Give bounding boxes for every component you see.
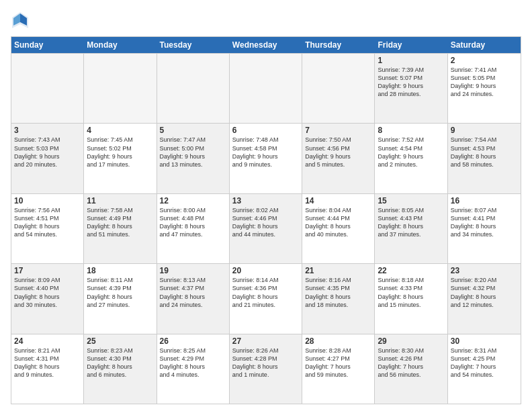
cell-text: Sunrise: 7:50 AM Sunset: 4:56 PM Dayligh… <box>305 136 371 169</box>
calendar-header: SundayMondayTuesdayWednesdayThursdayFrid… <box>11 37 521 53</box>
day-number: 28 <box>305 336 371 346</box>
calendar-cell <box>157 54 230 123</box>
calendar-row-2: 10Sunrise: 7:56 AM Sunset: 4:51 PM Dayli… <box>11 193 521 263</box>
day-number: 9 <box>451 126 518 135</box>
cell-text: Sunrise: 7:39 AM Sunset: 5:07 PM Dayligh… <box>378 66 444 99</box>
cell-text: Sunrise: 8:11 AM Sunset: 4:39 PM Dayligh… <box>87 276 153 309</box>
day-number: 3 <box>14 126 81 135</box>
day-number: 16 <box>451 196 518 205</box>
cell-text: Sunrise: 7:43 AM Sunset: 5:03 PM Dayligh… <box>14 136 81 169</box>
cell-text: Sunrise: 8:21 AM Sunset: 4:31 PM Dayligh… <box>14 347 81 379</box>
cell-text: Sunrise: 8:05 AM Sunset: 4:43 PM Dayligh… <box>378 206 444 239</box>
logo <box>11 11 32 30</box>
cell-text: Sunrise: 8:31 AM Sunset: 4:25 PM Dayligh… <box>451 347 518 379</box>
cell-text: Sunrise: 8:13 AM Sunset: 4:37 PM Dayligh… <box>160 276 226 309</box>
calendar-cell: 12Sunrise: 8:00 AM Sunset: 4:48 PM Dayli… <box>157 194 230 263</box>
cell-text: Sunrise: 8:00 AM Sunset: 4:48 PM Dayligh… <box>160 206 226 239</box>
cell-text: Sunrise: 8:07 AM Sunset: 4:41 PM Dayligh… <box>451 206 518 239</box>
day-number: 4 <box>87 126 153 135</box>
calendar-cell: 30Sunrise: 8:31 AM Sunset: 4:25 PM Dayli… <box>448 334 521 404</box>
calendar-row-3: 17Sunrise: 8:09 AM Sunset: 4:40 PM Dayli… <box>11 263 521 333</box>
calendar-cell <box>230 54 302 123</box>
calendar-cell: 6Sunrise: 7:48 AM Sunset: 4:58 PM Daylig… <box>230 124 302 193</box>
calendar-cell: 20Sunrise: 8:14 AM Sunset: 4:36 PM Dayli… <box>230 264 302 333</box>
logo-icon <box>11 11 30 30</box>
calendar-cell: 13Sunrise: 8:02 AM Sunset: 4:46 PM Dayli… <box>230 194 302 263</box>
calendar-cell: 5Sunrise: 7:47 AM Sunset: 5:00 PM Daylig… <box>157 124 230 193</box>
cell-text: Sunrise: 7:48 AM Sunset: 4:58 PM Dayligh… <box>232 136 299 169</box>
day-number: 17 <box>14 266 81 275</box>
header-day-wednesday: Wednesday <box>230 37 302 53</box>
day-number: 8 <box>378 126 444 135</box>
day-number: 22 <box>378 266 444 275</box>
calendar-cell: 27Sunrise: 8:26 AM Sunset: 4:28 PM Dayli… <box>230 334 302 404</box>
day-number: 2 <box>451 56 518 65</box>
day-number: 20 <box>232 266 299 275</box>
cell-text: Sunrise: 8:04 AM Sunset: 4:44 PM Dayligh… <box>305 206 371 239</box>
header-day-saturday: Saturday <box>448 37 521 53</box>
calendar-cell: 24Sunrise: 8:21 AM Sunset: 4:31 PM Dayli… <box>11 334 84 404</box>
day-number: 29 <box>378 336 444 346</box>
cell-text: Sunrise: 8:23 AM Sunset: 4:30 PM Dayligh… <box>87 347 153 379</box>
calendar-cell: 18Sunrise: 8:11 AM Sunset: 4:39 PM Dayli… <box>84 264 157 333</box>
cell-text: Sunrise: 7:56 AM Sunset: 4:51 PM Dayligh… <box>14 206 81 239</box>
day-number: 27 <box>232 336 299 346</box>
calendar-cell: 14Sunrise: 8:04 AM Sunset: 4:44 PM Dayli… <box>302 194 375 263</box>
calendar-cell: 7Sunrise: 7:50 AM Sunset: 4:56 PM Daylig… <box>302 124 375 193</box>
day-number: 10 <box>14 196 81 205</box>
cell-text: Sunrise: 7:54 AM Sunset: 4:53 PM Dayligh… <box>451 136 518 169</box>
calendar-cell: 3Sunrise: 7:43 AM Sunset: 5:03 PM Daylig… <box>11 124 84 193</box>
cell-text: Sunrise: 8:20 AM Sunset: 4:32 PM Dayligh… <box>451 276 518 309</box>
cell-text: Sunrise: 8:25 AM Sunset: 4:29 PM Dayligh… <box>160 347 226 379</box>
calendar-cell: 17Sunrise: 8:09 AM Sunset: 4:40 PM Dayli… <box>11 264 84 333</box>
day-number: 11 <box>87 196 153 205</box>
calendar-cell: 2Sunrise: 7:41 AM Sunset: 5:05 PM Daylig… <box>448 54 521 123</box>
calendar-cell: 21Sunrise: 8:16 AM Sunset: 4:35 PM Dayli… <box>302 264 375 333</box>
day-number: 7 <box>305 126 371 135</box>
cell-text: Sunrise: 8:02 AM Sunset: 4:46 PM Dayligh… <box>232 206 299 239</box>
day-number: 19 <box>160 266 226 275</box>
day-number: 18 <box>87 266 153 275</box>
cell-text: Sunrise: 8:30 AM Sunset: 4:26 PM Dayligh… <box>378 347 444 379</box>
calendar-body: 1Sunrise: 7:39 AM Sunset: 5:07 PM Daylig… <box>11 53 521 404</box>
day-number: 24 <box>14 336 81 346</box>
day-number: 23 <box>451 266 518 275</box>
header-day-tuesday: Tuesday <box>157 37 230 53</box>
cell-text: Sunrise: 7:58 AM Sunset: 4:49 PM Dayligh… <box>87 206 153 239</box>
calendar-cell: 4Sunrise: 7:45 AM Sunset: 5:02 PM Daylig… <box>84 124 157 193</box>
cell-text: Sunrise: 7:52 AM Sunset: 4:54 PM Dayligh… <box>378 136 444 169</box>
cell-text: Sunrise: 8:18 AM Sunset: 4:33 PM Dayligh… <box>378 276 444 309</box>
header-day-friday: Friday <box>375 37 447 53</box>
calendar-cell: 11Sunrise: 7:58 AM Sunset: 4:49 PM Dayli… <box>84 194 157 263</box>
day-number: 1 <box>378 56 444 65</box>
calendar-cell: 29Sunrise: 8:30 AM Sunset: 4:26 PM Dayli… <box>375 334 447 404</box>
day-number: 6 <box>232 126 299 135</box>
cell-text: Sunrise: 7:45 AM Sunset: 5:02 PM Dayligh… <box>87 136 153 169</box>
cell-text: Sunrise: 8:16 AM Sunset: 4:35 PM Dayligh… <box>305 276 371 309</box>
cell-text: Sunrise: 8:26 AM Sunset: 4:28 PM Dayligh… <box>232 347 299 379</box>
calendar-cell: 9Sunrise: 7:54 AM Sunset: 4:53 PM Daylig… <box>448 124 521 193</box>
calendar-cell: 10Sunrise: 7:56 AM Sunset: 4:51 PM Dayli… <box>11 194 84 263</box>
calendar-row-4: 24Sunrise: 8:21 AM Sunset: 4:31 PM Dayli… <box>11 334 521 404</box>
cell-text: Sunrise: 8:28 AM Sunset: 4:27 PM Dayligh… <box>305 347 371 379</box>
calendar-cell: 23Sunrise: 8:20 AM Sunset: 4:32 PM Dayli… <box>448 264 521 333</box>
calendar-row-0: 1Sunrise: 7:39 AM Sunset: 5:07 PM Daylig… <box>11 53 521 123</box>
day-number: 26 <box>160 336 226 346</box>
calendar-cell <box>11 54 84 123</box>
calendar-row-1: 3Sunrise: 7:43 AM Sunset: 5:03 PM Daylig… <box>11 123 521 193</box>
day-number: 15 <box>378 196 444 205</box>
day-number: 12 <box>160 196 226 205</box>
calendar-cell <box>84 54 157 123</box>
calendar-cell <box>302 54 375 123</box>
day-number: 5 <box>160 126 226 135</box>
calendar: SundayMondayTuesdayWednesdayThursdayFrid… <box>11 36 521 404</box>
cell-text: Sunrise: 7:47 AM Sunset: 5:00 PM Dayligh… <box>160 136 226 169</box>
page: SundayMondayTuesdayWednesdayThursdayFrid… <box>0 0 532 411</box>
cell-text: Sunrise: 7:41 AM Sunset: 5:05 PM Dayligh… <box>451 66 518 99</box>
header-day-thursday: Thursday <box>302 37 375 53</box>
calendar-cell: 22Sunrise: 8:18 AM Sunset: 4:33 PM Dayli… <box>375 264 447 333</box>
calendar-cell: 28Sunrise: 8:28 AM Sunset: 4:27 PM Dayli… <box>302 334 375 404</box>
calendar-cell: 26Sunrise: 8:25 AM Sunset: 4:29 PM Dayli… <box>157 334 230 404</box>
day-number: 13 <box>232 196 299 205</box>
calendar-cell: 19Sunrise: 8:13 AM Sunset: 4:37 PM Dayli… <box>157 264 230 333</box>
